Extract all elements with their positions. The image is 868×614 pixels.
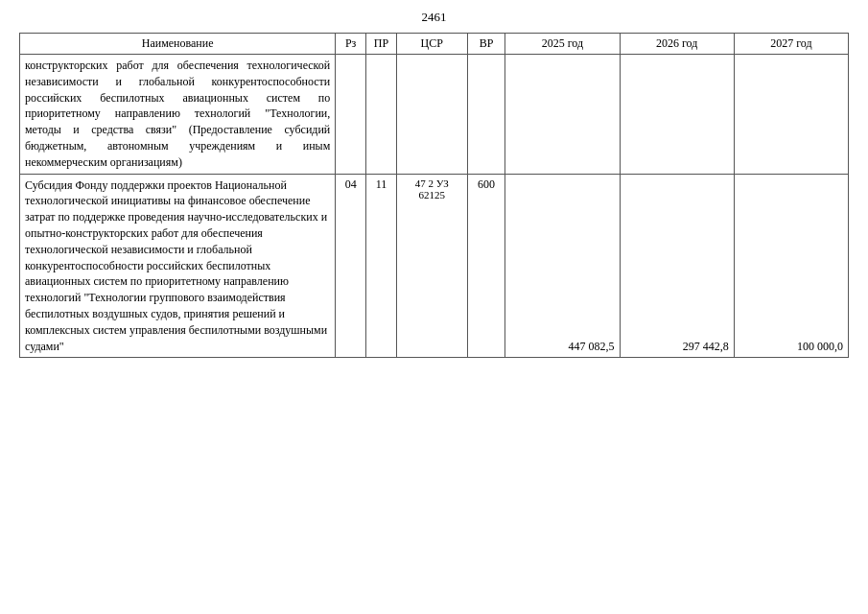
row1-2027: [734, 55, 848, 175]
row1-rz: [336, 55, 366, 175]
row2-pr: 11: [366, 174, 397, 358]
header-csr: ЦСР: [396, 34, 467, 55]
page-number: 2461: [19, 10, 849, 25]
header-2027: 2027 год: [734, 34, 848, 55]
header-2026: 2026 год: [620, 34, 734, 55]
row1-pr: [366, 55, 397, 175]
row2-2026: 297 442,8: [620, 174, 734, 358]
page: 2461 Наименование Рз ПР ЦСР ВР 2025 год …: [0, 0, 868, 614]
header-pr: ПР: [366, 34, 397, 55]
row2-2027: 100 000,0: [734, 174, 848, 358]
main-table: Наименование Рз ПР ЦСР ВР 2025 год 2026 …: [19, 33, 849, 358]
row1-vr: [467, 55, 505, 175]
header-vr: ВР: [467, 34, 505, 55]
row1-2026: [620, 55, 734, 175]
row1-name: конструкторских работ для обеспечения те…: [20, 55, 336, 175]
row1-csr: [396, 55, 467, 175]
row2-rz: 04: [336, 174, 366, 358]
row1-2025: [505, 55, 620, 175]
row2-name: Субсидия Фонду поддержки проектов Национ…: [20, 174, 336, 358]
row2-csr: 47 2 УЗ 62125: [396, 174, 467, 358]
table-row: Субсидия Фонду поддержки проектов Национ…: [20, 174, 849, 358]
header-name: Наименование: [20, 34, 336, 55]
header-rz: Рз: [336, 34, 366, 55]
header-2025: 2025 год: [505, 34, 620, 55]
row2-vr: 600: [467, 174, 505, 358]
row2-name-text: Субсидия Фонду поддержки проектов Национ…: [25, 178, 327, 353]
table-row: конструкторских работ для обеспечения те…: [20, 55, 849, 175]
row2-2025: 447 082,5: [505, 174, 620, 358]
